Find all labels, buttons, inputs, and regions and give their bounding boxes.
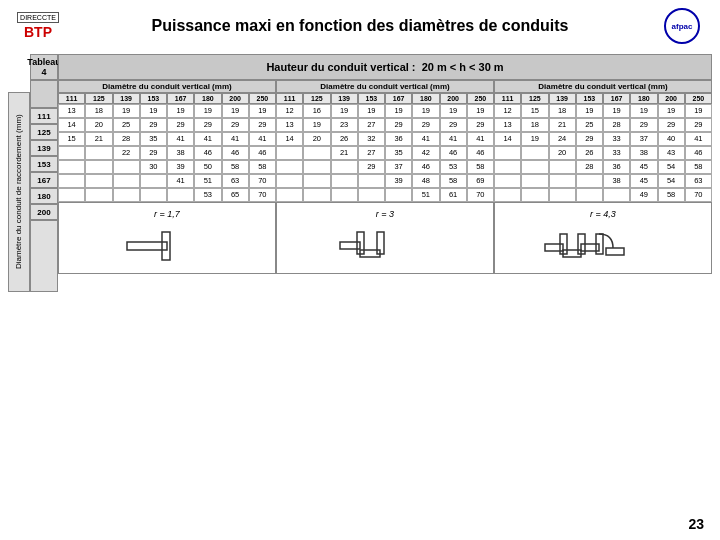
r-label-2: r = 3 (376, 209, 394, 219)
page-title: Puissance maxi en fonction des diamètres… (68, 17, 652, 35)
sub-header-cell: 250 (249, 93, 276, 104)
data-cell: 19 (521, 132, 548, 146)
data-cell: 39 (385, 174, 412, 188)
data-cell: 51 (412, 188, 439, 202)
data-cell: 29 (412, 118, 439, 132)
page: DIRECCTE BTP Puissance maxi en fonction … (0, 0, 720, 540)
data-cell: 43 (658, 146, 685, 160)
data-cell: 33 (603, 132, 630, 146)
data-cell (303, 174, 330, 188)
data-cell (494, 146, 521, 160)
data-cell: 25 (576, 118, 603, 132)
btp-label: BTP (17, 24, 59, 40)
data-cell (385, 188, 412, 202)
data-cell: 29 (440, 118, 467, 132)
data-cell (303, 188, 330, 202)
top-header: Tableau 4 Hauteur du conduit vertical : … (30, 54, 712, 80)
data-cell: 19 (358, 104, 385, 118)
data-cell: 13 (58, 104, 85, 118)
data-cell: 54 (658, 160, 685, 174)
data-cell: 20 (85, 118, 112, 132)
data-cell: 41 (467, 132, 494, 146)
data-cell: 41 (167, 174, 194, 188)
data-cell: 29 (249, 118, 276, 132)
data-cell (85, 146, 112, 160)
data-cell (331, 160, 358, 174)
data-cell: 30 (140, 160, 167, 174)
sub-header-cell: 167 (167, 93, 194, 104)
data-cell: 29 (467, 118, 494, 132)
data-cell (358, 188, 385, 202)
pipe-diagram-1 (117, 222, 217, 267)
data-cell: 29 (576, 132, 603, 146)
data-cell (140, 174, 167, 188)
data-cell: 28 (113, 132, 140, 146)
data-cell (167, 188, 194, 202)
data-cell: 19 (167, 104, 194, 118)
data-cell: 26 (331, 132, 358, 146)
data-cell: 19 (658, 104, 685, 118)
row-header-diam: 153 (30, 156, 58, 172)
logo-text: DIRECCTE (17, 12, 59, 23)
sub-header-cell: 167 (385, 93, 412, 104)
sections-container: Diamètre du conduit vertical (mm) Diamèt… (58, 80, 712, 292)
data-cell: 21 (85, 132, 112, 146)
sub-header-cell: 139 (113, 93, 140, 104)
data-cell: 46 (412, 160, 439, 174)
data-cell (358, 174, 385, 188)
data-cell: 18 (549, 104, 576, 118)
data-cell: 61 (440, 188, 467, 202)
sub-header-cell: 111 (276, 93, 303, 104)
data-cell: 28 (576, 160, 603, 174)
data-cell: 14 (58, 118, 85, 132)
data-cell: 70 (685, 188, 712, 202)
row-header-diam: 125 (30, 124, 58, 140)
sub-header-cell: 139 (331, 93, 358, 104)
data-cell: 29 (167, 118, 194, 132)
sub-header-cell: 200 (440, 93, 467, 104)
data-cell: 53 (440, 160, 467, 174)
sub-header-cell: 167 (603, 93, 630, 104)
data-cell: 38 (603, 174, 630, 188)
data-cell (113, 188, 140, 202)
data-cell: 58 (249, 160, 276, 174)
data-cell: 35 (385, 146, 412, 160)
data-cell (276, 174, 303, 188)
data-cell: 19 (685, 104, 712, 118)
data-cell (276, 160, 303, 174)
data-cell: 46 (685, 146, 712, 160)
data-cell: 58 (658, 188, 685, 202)
data-cell: 19 (412, 104, 439, 118)
diagram-2: r = 3 (276, 202, 494, 274)
data-cell (521, 160, 548, 174)
afpac-logo: afpac (664, 8, 700, 44)
data-cell: 18 (521, 118, 548, 132)
data-cell (140, 188, 167, 202)
data-cell (576, 174, 603, 188)
data-cell (303, 160, 330, 174)
data-cell: 46 (194, 146, 221, 160)
data-cell: 33 (603, 146, 630, 160)
pipe-diagram-2 (335, 222, 435, 267)
r-label-3: r = 4,3 (590, 209, 616, 219)
data-cell: 37 (630, 132, 657, 146)
data-cell: 48 (412, 174, 439, 188)
sub-header-cell: 180 (412, 93, 439, 104)
data-cell: 51 (194, 174, 221, 188)
data-cell (576, 188, 603, 202)
data-cell (113, 174, 140, 188)
data-cell: 70 (249, 188, 276, 202)
data-cell: 41 (167, 132, 194, 146)
data-cell: 63 (222, 174, 249, 188)
hauteur-header: Hauteur du conduit vertical : 20 m < h <… (58, 54, 712, 80)
diagram-3: r = 4,3 (494, 202, 712, 274)
data-cell: 38 (167, 146, 194, 160)
svg-rect-12 (606, 248, 624, 255)
data-cell (549, 160, 576, 174)
sub-header-cell: 200 (658, 93, 685, 104)
data-cell (276, 188, 303, 202)
data-cell (521, 174, 548, 188)
data-cell: 27 (358, 146, 385, 160)
data-cell: 50 (194, 160, 221, 174)
data-cell: 42 (412, 146, 439, 160)
